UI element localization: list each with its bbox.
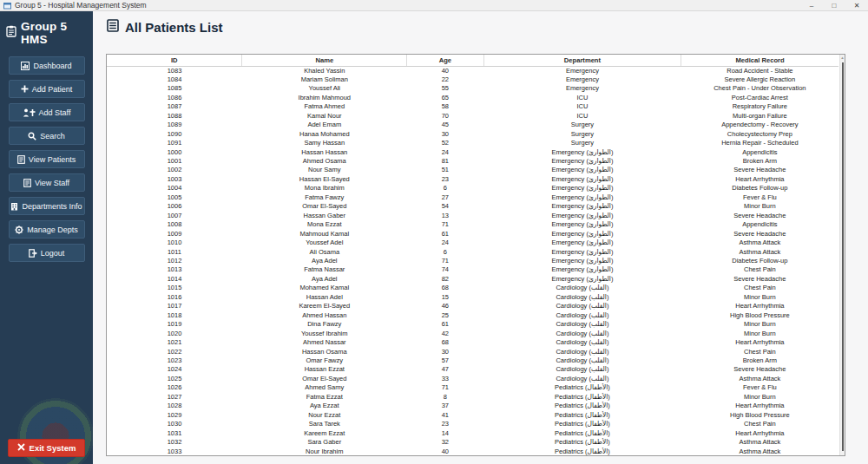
column-header-name: Name	[242, 55, 407, 66]
close-button[interactable]: ✕	[845, 0, 868, 11]
table-row[interactable]: 1011Ali Osama6Emergency (الطوارئ)Asthma …	[107, 248, 838, 257]
table-row[interactable]: 1012Aya Adel71Emergency (الطوارئ)Diabete…	[107, 257, 838, 265]
table-cell: Cardiology (القلب)	[483, 375, 681, 383]
table-cell: 6	[407, 248, 484, 257]
table-row[interactable]: 1026Ahmed Samy71Pediatrics (الأطفال)Feve…	[107, 383, 838, 392]
table-cell: Khaled Yassin	[242, 66, 407, 75]
table-cell: 15	[407, 293, 484, 302]
minimize-button[interactable]: –	[800, 0, 823, 11]
table-cell: 71	[407, 220, 484, 229]
table-row[interactable]: 1087Fatma Ahmed58ICURespiratory Failure	[107, 102, 838, 111]
window-titlebar: Group 5 - Hospital Management System – □…	[0, 0, 868, 11]
vertical-scrollbar[interactable]: ▲	[839, 55, 845, 455]
sidebar-item-view-patients[interactable]: View Patients	[9, 150, 85, 168]
table-row[interactable]: 1028Aya Ezzat37Pediatrics (الأطفال)Heart…	[107, 402, 838, 410]
table-row[interactable]: 1008Mona Ezzat71Emergency (الطوارئ)Appen…	[107, 220, 838, 229]
table-row[interactable]: 1032Sara Gaber32Pediatrics (الأطفال)Asth…	[107, 438, 838, 447]
table-cell: 1030	[107, 420, 242, 428]
table-row[interactable]: 1010Youssef Adel24Emergency (الطوارئ)Ast…	[107, 239, 838, 247]
sidebar-item-logout[interactable]: Logout	[9, 244, 85, 262]
table-row[interactable]: 1029Nour Ezzat41Pediatrics (الأطفال)High…	[107, 411, 838, 420]
table-cell: Mariam Soliman	[242, 75, 407, 84]
table-row[interactable]: 1021Ahmed Nassar68Cardiology (القلب)Hear…	[107, 338, 838, 347]
table-cell: Diabetes Follow-up	[681, 184, 838, 193]
table-cell: 70	[407, 112, 484, 121]
table-row[interactable]: 1020Youssef Ibrahim42Cardiology (القلب)M…	[107, 330, 838, 338]
table-row[interactable]: 1027Fatma Ezzat8Pediatrics (الأطفال)Mino…	[107, 393, 838, 402]
table-row[interactable]: 1013Fatma Nassar74Emergency (الطوارئ)Che…	[107, 265, 838, 274]
table-cell: 55	[407, 84, 484, 93]
table-cell: Minor Burn	[681, 320, 838, 329]
table-row[interactable]: 1086Ibrahim Mahmoud65ICUPost-Cardiac Arr…	[107, 94, 838, 102]
table-cell: Pediatrics (الأطفال)	[483, 393, 681, 402]
table-cell: Ali Osama	[242, 248, 407, 257]
table-cell: Emergency (الطوارئ)	[483, 193, 681, 202]
table-row[interactable]: 1007Hassan Gaber13Emergency (الطوارئ)Sev…	[107, 212, 838, 220]
table-row[interactable]: 1001Ahmed Osama81Emergency (الطوارئ)Brok…	[107, 157, 838, 166]
table-row[interactable]: 1084Mariam Soliman22EmergencySevere Alle…	[107, 75, 838, 84]
table-cell: Emergency (الطوارئ)	[483, 212, 681, 220]
table-row[interactable]: 1002Nour Samy51Emergency (الطوارئ)Severe…	[107, 166, 838, 174]
sidebar-item-search[interactable]: Search	[9, 127, 85, 145]
table-row[interactable]: 1031Kareem Ezzat14Pediatrics (الأطفال)He…	[107, 429, 838, 438]
table-cell: 32	[407, 438, 484, 447]
table-cell: Pediatrics (الأطفال)	[483, 438, 681, 447]
table-cell: Hassan Hassan	[242, 148, 407, 157]
scrollbar-thumb[interactable]	[842, 62, 844, 451]
table-row[interactable]: 1016Hassan Adel15Cardiology (القلب)Minor…	[107, 293, 838, 302]
scroll-up-icon[interactable]: ▲	[840, 55, 845, 62]
table-row[interactable]: 1018Ahmed Hassan25Cardiology (القلب)High…	[107, 311, 838, 320]
table-row[interactable]: 1019Dina Fawzy61Cardiology (القلب)Minor …	[107, 320, 838, 329]
table-cell: Hassan Gaber	[242, 212, 407, 220]
table-row[interactable]: 1023Omar Fawzy57Cardiology (القلب)Broken…	[107, 356, 838, 365]
table-cell: 24	[407, 148, 484, 157]
table-cell: Omar Fawzy	[242, 356, 407, 365]
sidebar-item-view-staff[interactable]: View Staff	[9, 173, 85, 192]
maximize-button[interactable]: □	[823, 0, 845, 11]
table-row[interactable]: 1005Fatma Fawzy27Emergency (الطوارئ)Feve…	[107, 193, 838, 202]
column-header-age: Age	[407, 55, 484, 66]
search-icon	[28, 132, 36, 141]
table-row[interactable]: 1015Mohamed Kamal68Cardiology (القلب)Che…	[107, 284, 838, 292]
table-cell: Post-Cardiac Arrest	[681, 94, 838, 102]
table-cell: 1002	[107, 166, 242, 174]
table-cell: Heart Arrhythmia	[681, 302, 838, 310]
table-row[interactable]: 1089Adel Emam45SurgeryAppendectomy - Rec…	[107, 121, 838, 129]
table-cell: Heart Arrhythmia	[681, 175, 838, 184]
sidebar-item-departments-info[interactable]: Departments Info	[9, 197, 85, 215]
table-cell: Surgery	[483, 121, 681, 129]
table-row[interactable]: 1085Youssef Ali55EmergencyChest Pain - U…	[107, 84, 838, 93]
table-row[interactable]: 1014Aya Adel82Emergency (الطوارئ)Severe …	[107, 275, 838, 284]
table-cell: 47	[407, 365, 484, 374]
exit-system-button[interactable]: Exit System	[8, 439, 85, 457]
table-row[interactable]: 1024Hassan Ezzat47Cardiology (القلب)Seve…	[107, 365, 838, 374]
main-content: All Patients List IDNameAgeDepartmentMed…	[93, 11, 868, 464]
table-row[interactable]: 1009Mahmoud Kamal61Emergency (الطوارئ)Se…	[107, 230, 838, 239]
sidebar-item-add-staff[interactable]: Add Staff	[9, 103, 85, 121]
table-row[interactable]: 1017Kareem El-Sayed46Cardiology (القلب)H…	[107, 302, 838, 310]
sidebar-item-manage-depts[interactable]: Manage Depts	[9, 220, 85, 239]
table-cell: 1016	[107, 293, 242, 302]
table-row[interactable]: 1003Hassan El-Sayed23Emergency (الطوارئ)…	[107, 175, 838, 184]
table-row[interactable]: 1083Khaled Yassin40EmergencyRoad Acciden…	[107, 66, 838, 75]
table-cell: Emergency (الطوارئ)	[483, 175, 681, 184]
table-row[interactable]: 1090Hanaa Mohamed30SurgeryCholecystectom…	[107, 130, 838, 139]
table-row[interactable]: 1022Hassan Osama30Cardiology (القلب)Ches…	[107, 348, 838, 356]
table-cell: Minor Burn	[681, 293, 838, 302]
table-row[interactable]: 1091Samy Hassan52SurgeryHernia Repair - …	[107, 139, 838, 147]
table-row[interactable]: 1006Omar El-Sayed54Emergency (الطوارئ)Mi…	[107, 202, 838, 211]
table-cell: 37	[407, 402, 484, 410]
table-cell: 1085	[107, 84, 242, 93]
table-cell: Fever & Flu	[681, 193, 838, 202]
table-row[interactable]: 1033Nour Ibrahim40Pediatrics (الأطفال)As…	[107, 448, 838, 456]
table-cell: 1031	[107, 429, 242, 438]
table-cell: Aya Ezzat	[242, 402, 407, 410]
sidebar-item-dashboard[interactable]: Dashboard	[9, 56, 85, 75]
table-row[interactable]: 1000Hassan Hassan24Emergency (الطوارئ)Ap…	[107, 148, 838, 157]
table-row[interactable]: 1004Mona Ibrahim6Emergency (الطوارئ)Diab…	[107, 184, 838, 193]
table-cell: 61	[407, 230, 484, 239]
table-row[interactable]: 1025Omar El-Sayed33Cardiology (القلب)Ast…	[107, 375, 838, 383]
table-row[interactable]: 1088Kamal Nour70ICUMulti-organ Failure	[107, 112, 838, 121]
sidebar-item-add-patient[interactable]: Add Patient	[9, 80, 85, 98]
table-row[interactable]: 1030Sara Tarek23Pediatrics (الأطفال)Ches…	[107, 420, 838, 428]
